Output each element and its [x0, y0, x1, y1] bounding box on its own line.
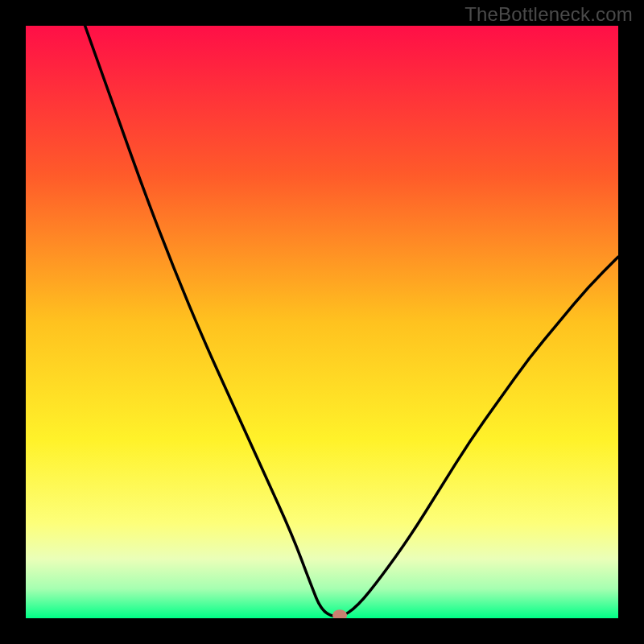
plot-area	[26, 26, 618, 618]
gradient-background	[26, 26, 618, 618]
chart-svg	[26, 26, 618, 618]
chart-frame: TheBottleneck.com	[0, 0, 644, 644]
watermark-text: TheBottleneck.com	[464, 3, 633, 26]
